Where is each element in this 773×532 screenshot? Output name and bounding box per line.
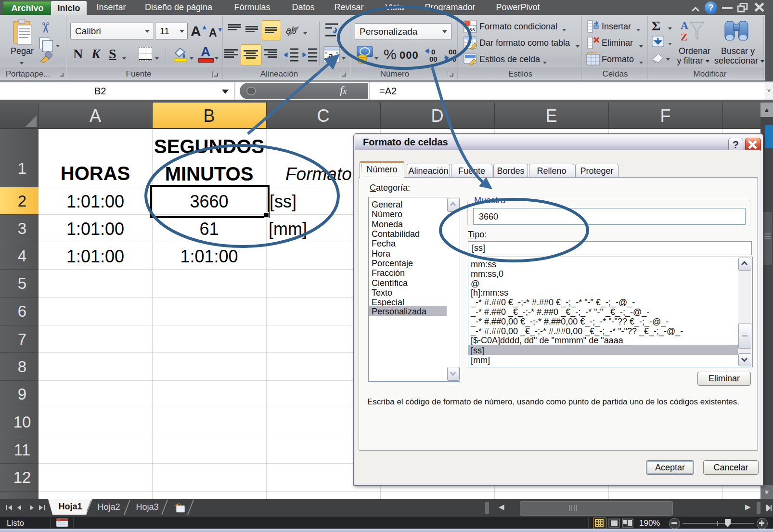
svg-text:ss: ss xyxy=(469,26,475,32)
svg-text:Z: Z xyxy=(681,31,688,43)
svg-text:A: A xyxy=(681,19,688,31)
svg-text:00: 00 xyxy=(429,55,438,63)
svg-text:a: a xyxy=(328,51,334,61)
svg-text:0: 0 xyxy=(452,55,456,63)
